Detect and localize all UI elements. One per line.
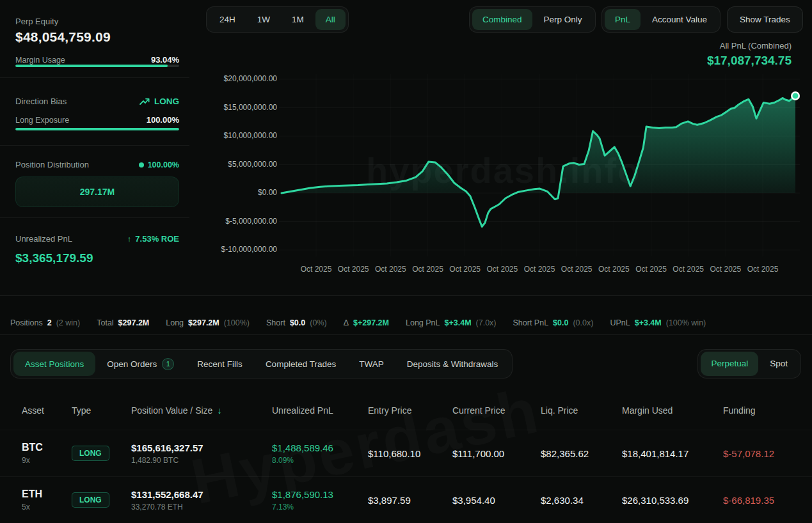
header-type[interactable]: Type <box>72 405 131 416</box>
long-pct: (100%) <box>224 318 250 327</box>
asset-leverage: 5x <box>22 503 72 511</box>
positions-count: 2 <box>47 318 52 327</box>
sidebar-divider <box>0 77 189 78</box>
short-value: $0.0 <box>290 318 305 327</box>
range-all-button[interactable]: All <box>315 9 346 30</box>
time-range-group: 24H 1W 1M All <box>206 6 349 33</box>
asset-symbol: ETH <box>22 488 72 500</box>
delta-group: Δ $+297.2M <box>344 318 389 327</box>
unrealized-pnl-roe: 7.53% ROE <box>135 234 179 244</box>
sidebar-divider <box>0 145 189 146</box>
position-distribution-value: 297.17M <box>80 187 115 197</box>
position-distribution-bar[interactable]: 297.17M <box>15 176 179 207</box>
show-trades-button[interactable]: Show Trades <box>727 6 803 33</box>
long-exposure-value: 100.00% <box>147 115 179 125</box>
unrealized-pnl-pct: 7.13% <box>272 503 368 511</box>
pnl-chart-plot-area[interactable] <box>282 70 800 262</box>
spot-button[interactable]: Spot <box>760 352 798 376</box>
tab-completed-trades[interactable]: Completed Trades <box>254 352 347 376</box>
open-orders-badge: 1 <box>162 358 174 370</box>
account-value-button[interactable]: Account Value <box>642 9 717 30</box>
x-axis-tick: Oct 2025 <box>740 265 785 274</box>
short-pnl-group: Short PnL $0.0 (0.0x) <box>513 318 594 327</box>
asset-symbol: BTC <box>22 442 72 453</box>
short-label: Short <box>266 318 285 327</box>
position-value: $131,552,668.47 <box>131 489 272 500</box>
direction-bias-row: Direction Bias LONG <box>15 97 179 106</box>
long-value: $297.2M <box>188 318 219 327</box>
tab-asset-positions[interactable]: Asset Positions <box>13 352 95 376</box>
y-axis-tick: $0.00 <box>213 188 277 197</box>
long-pnl-group: Long PnL $+3.4M (7.0x) <box>406 318 497 327</box>
x-axis-tick: Oct 2025 <box>294 265 338 274</box>
tab-open-orders[interactable]: Open Orders 1 <box>95 352 186 376</box>
position-size: 33,270.78 ETH <box>131 503 272 511</box>
perpetual-button[interactable]: Perpetual <box>701 352 758 376</box>
range-1w-button[interactable]: 1W <box>247 9 280 30</box>
tab-twap[interactable]: TWAP <box>347 352 395 376</box>
position-size: 1,482.90 BTC <box>131 456 272 465</box>
range-24h-button[interactable]: 24H <box>209 9 246 30</box>
x-axis-tick: Oct 2025 <box>591 265 636 274</box>
unrealized-pnl-row: Unrealized PnL ↑ 7.53% ROE <box>15 234 179 244</box>
y-axis-tick: $5,000,000.00 <box>213 160 277 169</box>
market-toggle-group: Perpetual Spot <box>697 349 801 379</box>
upnl-value: $+3.4M <box>635 318 662 327</box>
short-pnl-label: Short PnL <box>513 318 549 327</box>
total-label: Total <box>97 318 113 327</box>
upnl-label: UPnL <box>610 318 630 327</box>
header-funding[interactable]: Funding <box>723 405 802 416</box>
unrealized-pnl: $1,488,589.46 <box>272 442 368 453</box>
table-row-btc[interactable]: BTC 9x LONG $165,616,327.57 1,482.90 BTC… <box>0 430 812 476</box>
header-liq-price[interactable]: Liq. Price <box>541 405 622 416</box>
tab-recent-fills[interactable]: Recent Fills <box>186 352 254 376</box>
pnl-button[interactable]: PnL <box>605 9 641 30</box>
x-axis-tick: Oct 2025 <box>554 265 599 274</box>
funding: $-57,078.12 <box>723 448 802 459</box>
scope-toggle-group: Combined Perp Only <box>469 6 596 33</box>
header-unrealized-pnl[interactable]: Unrealized PnL <box>272 405 368 416</box>
sort-desc-icon: ↓ <box>217 405 221 416</box>
long-badge: LONG <box>72 492 109 508</box>
position-value: $165,616,327.57 <box>131 442 272 453</box>
x-axis-tick: Oct 2025 <box>629 265 674 274</box>
tab-label: TWAP <box>359 359 384 369</box>
positions-summary-bar: Positions 2 (2 win) Total $297.2M Long $… <box>0 295 812 335</box>
sidebar-divider <box>0 217 189 218</box>
combined-button[interactable]: Combined <box>472 9 532 30</box>
current-price: $111,700.00 <box>452 448 541 459</box>
long-group: Long $297.2M (100%) <box>166 318 250 327</box>
y-axis-tick: $-10,000,000.00 <box>213 245 277 254</box>
range-1m-button[interactable]: 1M <box>282 9 314 30</box>
perp-equity-value: $48,054,759.09 <box>15 29 111 45</box>
header-margin-used[interactable]: Margin Used <box>622 405 723 416</box>
positions-count-group: Positions 2 (2 win) <box>10 318 80 327</box>
header-current-price[interactable]: Current Price <box>452 405 541 416</box>
header-entry-price[interactable]: Entry Price <box>368 405 452 416</box>
margin-usage-value: 93.04% <box>151 55 179 65</box>
header-asset[interactable]: Asset <box>22 405 72 416</box>
long-exposure-row: Long Exposure 100.00% <box>15 115 179 125</box>
margin-usage-bar <box>15 65 179 67</box>
perp-only-button[interactable]: Perp Only <box>534 9 593 30</box>
long-label: Long <box>166 318 184 327</box>
short-pct: (0%) <box>310 318 326 327</box>
positions-win: (2 win) <box>56 318 81 327</box>
tab-deposits-withdrawals[interactable]: Deposits & Withdrawals <box>395 352 510 376</box>
unrealized-pnl: $1,876,590.13 <box>272 489 368 500</box>
long-pnl-mult: (7.0x) <box>476 318 497 327</box>
section-tabs: Asset Positions Open Orders 1 Recent Fil… <box>10 349 513 379</box>
y-axis-tick: $-5,000,000.00 <box>213 217 277 226</box>
tab-label: Open Orders <box>107 359 157 369</box>
liq-price: $82,365.62 <box>541 448 622 459</box>
header-position-value[interactable]: Position Value / Size ↓ <box>131 405 272 416</box>
unrealized-pnl-value: $3,365,179.59 <box>15 251 93 265</box>
x-axis-tick: Oct 2025 <box>331 265 376 274</box>
funding: $-66,819.35 <box>723 495 802 506</box>
delta-icon: Δ <box>344 318 349 327</box>
position-distribution-label: Position Distribution <box>15 160 89 169</box>
metric-toggle-group: PnL Account Value <box>601 6 720 33</box>
x-axis-tick: Oct 2025 <box>703 265 748 274</box>
table-row-eth[interactable]: ETH 5x LONG $131,552,668.47 33,270.78 ET… <box>0 476 812 523</box>
x-axis-tick: Oct 2025 <box>406 265 450 274</box>
